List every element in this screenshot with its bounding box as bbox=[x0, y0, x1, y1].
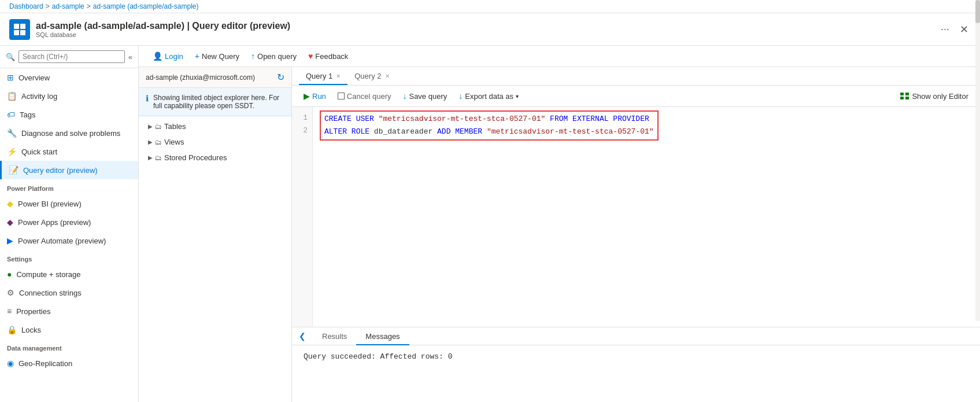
plus-icon: + bbox=[195, 51, 199, 61]
query-editor-panel: Query 1 ✕ Query 2 ✕ ▶ Run bbox=[292, 67, 980, 402]
section-power-platform: Power Platform bbox=[0, 179, 138, 194]
code-editor[interactable]: CREATE USER "metricsadvisor-mt-test-stca… bbox=[313, 107, 980, 327]
breadcrumb-full[interactable]: ad-sample (ad-sample/ad-sample) bbox=[93, 2, 199, 10]
info-banner: ℹ Showing limited object explorer here. … bbox=[139, 88, 291, 116]
content-area: 👤 Login + New Query ↑ Open query ♥ Feedb… bbox=[139, 46, 980, 402]
tree-container: ▶ 🗂 Tables ▶ 🗂 Views ▶ 🗂 Stored Procedur… bbox=[139, 116, 291, 402]
results-tabs: ❮ Results Messages bbox=[292, 327, 980, 345]
export-button[interactable]: ↓ Export data as ▾ bbox=[454, 89, 523, 103]
cancel-query-button[interactable]: Cancel query bbox=[333, 90, 396, 103]
more-options-button[interactable]: ··· bbox=[938, 21, 952, 38]
sidebar-item-tags[interactable]: 🏷 Tags bbox=[0, 105, 138, 124]
overview-icon: ⊞ bbox=[7, 73, 14, 82]
upload-icon: ↑ bbox=[251, 51, 255, 61]
tab-results[interactable]: Results bbox=[313, 327, 356, 345]
kw-alter: ALTER bbox=[324, 127, 347, 136]
sidebar-item-activity-log[interactable]: 📋 Activity log bbox=[0, 87, 138, 105]
code-line-1: CREATE USER "metricsadvisor-mt-test-stca… bbox=[324, 113, 654, 126]
query-toolbar: ▶ Run Cancel query ↓ Save query ↓ Export… bbox=[292, 86, 980, 107]
power-apps-icon: ◆ bbox=[7, 217, 13, 227]
results-panel: ❮ Results Messages Query succeeded: Affe… bbox=[292, 327, 980, 402]
kw-create: CREATE bbox=[324, 115, 352, 123]
sidebar-item-query-editor[interactable]: 📝 Query editor (preview) bbox=[0, 161, 138, 179]
tab-query1[interactable]: Query 1 ✕ bbox=[299, 67, 347, 85]
run-button[interactable]: ▶ Run bbox=[299, 89, 331, 103]
explorer-header: ad-sample (zhuxia@microsoft.com) ↻ bbox=[139, 67, 291, 88]
show-only-editor-button[interactable]: Show only Editor bbox=[896, 90, 973, 103]
breadcrumb-dashboard[interactable]: Dashboard bbox=[9, 2, 43, 10]
open-query-button[interactable]: ↑ Open query bbox=[246, 49, 301, 63]
login-button[interactable]: 👤 Login bbox=[148, 49, 188, 63]
refresh-button[interactable]: ↻ bbox=[277, 72, 284, 83]
sidebar: 🔍 « ⊞ Overview 📋 Activity log 🏷 Tags 🔧 D… bbox=[0, 46, 139, 402]
tree-item-stored-procedures[interactable]: ▶ 🗂 Stored Procedures bbox=[139, 150, 291, 165]
str-val-1: "metricsadvisor-mt-test-stca-0527-01" bbox=[379, 115, 546, 123]
search-icon: 🔍 bbox=[6, 53, 15, 61]
tree-item-views[interactable]: ▶ 🗂 Views bbox=[139, 134, 291, 150]
sidebar-item-properties[interactable]: ≡ Properties bbox=[0, 302, 138, 320]
top-toolbar: 👤 Login + New Query ↑ Open query ♥ Feedb… bbox=[139, 46, 980, 67]
query-tabs: Query 1 ✕ Query 2 ✕ bbox=[292, 67, 980, 86]
sidebar-item-power-automate[interactable]: ▶ Power Automate (preview) bbox=[0, 231, 138, 250]
sidebar-item-compute-storage[interactable]: ● Compute + storage bbox=[0, 265, 138, 283]
line-numbers: 1 2 bbox=[292, 107, 313, 327]
collapse-results-button[interactable]: ❮ bbox=[292, 328, 313, 344]
save-query-button[interactable]: ↓ Save query bbox=[398, 89, 452, 103]
sidebar-item-quick-start[interactable]: ⚡ Quick start bbox=[0, 142, 138, 161]
sidebar-item-power-apps[interactable]: ◆ Power Apps (preview) bbox=[0, 213, 138, 231]
properties-icon: ≡ bbox=[7, 307, 12, 316]
sidebar-item-power-bi[interactable]: ◆ Power BI (preview) bbox=[0, 194, 138, 213]
section-settings: Settings bbox=[0, 250, 138, 265]
view-icon: 🗂 bbox=[155, 138, 162, 146]
cancel-icon bbox=[338, 93, 345, 99]
sidebar-item-geo-replication[interactable]: ◉ Geo-Replication bbox=[0, 354, 138, 373]
tab-query2-close[interactable]: ✕ bbox=[385, 73, 390, 79]
query-editor-icon: 📝 bbox=[9, 165, 19, 175]
split-content: ad-sample (zhuxia@microsoft.com) ↻ ℹ Sho… bbox=[139, 67, 980, 402]
results-content: Query succeeded: Affected rows: 0 bbox=[292, 345, 980, 402]
grid-icon bbox=[900, 93, 909, 99]
page-title: ad-sample (ad-sample/ad-sample) | Query … bbox=[36, 21, 933, 31]
activity-log-icon: 📋 bbox=[7, 91, 17, 101]
power-bi-icon: ◆ bbox=[7, 199, 13, 208]
object-explorer: ad-sample (zhuxia@microsoft.com) ↻ ℹ Sho… bbox=[139, 67, 292, 402]
search-box: 🔍 « bbox=[0, 46, 138, 68]
diagnose-icon: 🔧 bbox=[7, 128, 17, 138]
save-icon: ↓ bbox=[402, 91, 406, 101]
tab-messages[interactable]: Messages bbox=[356, 327, 409, 345]
collapse-sidebar-button[interactable]: « bbox=[128, 53, 132, 61]
tab-query1-close[interactable]: ✕ bbox=[336, 73, 341, 79]
code-line-2: ALTER ROLE db_datareader ADD MEMBER "met… bbox=[324, 126, 654, 138]
title-group: ad-sample (ad-sample/ad-sample) | Query … bbox=[36, 21, 933, 38]
new-query-button[interactable]: + New Query bbox=[190, 49, 244, 63]
page-subtitle: SQL database bbox=[36, 31, 933, 38]
feedback-button[interactable]: ♥ Feedback bbox=[304, 49, 353, 63]
quick-start-icon: ⚡ bbox=[7, 147, 17, 156]
close-button[interactable]: ✕ bbox=[957, 21, 971, 38]
breadcrumb-ad-sample[interactable]: ad-sample bbox=[52, 2, 84, 10]
section-data-management: Data management bbox=[0, 339, 138, 354]
sidebar-item-diagnose[interactable]: 🔧 Diagnose and solve problems bbox=[0, 124, 138, 142]
chevron-right-icon-views: ▶ bbox=[148, 139, 153, 145]
locks-icon: 🔒 bbox=[7, 325, 17, 334]
sidebar-item-locks[interactable]: 🔒 Locks bbox=[0, 320, 138, 339]
explorer-connection: ad-sample (zhuxia@microsoft.com) bbox=[146, 73, 255, 82]
sidebar-item-overview[interactable]: ⊞ Overview bbox=[0, 68, 138, 87]
connection-icon: ⚙ bbox=[7, 288, 14, 297]
search-input[interactable] bbox=[19, 50, 125, 63]
tab-query2[interactable]: Query 2 ✕ bbox=[347, 67, 396, 85]
tags-icon: 🏷 bbox=[7, 110, 15, 119]
stored-proc-icon: 🗂 bbox=[155, 154, 162, 162]
compute-icon: ● bbox=[7, 270, 12, 279]
header: ad-sample (ad-sample/ad-sample) | Query … bbox=[0, 13, 980, 46]
power-automate-icon: ▶ bbox=[7, 236, 13, 245]
login-icon: 👤 bbox=[153, 51, 162, 61]
tree-item-tables[interactable]: ▶ 🗂 Tables bbox=[139, 119, 291, 134]
geo-icon: ◉ bbox=[7, 359, 14, 368]
chevron-right-icon: ▶ bbox=[148, 123, 153, 130]
app-icon bbox=[9, 19, 30, 40]
run-icon: ▶ bbox=[304, 91, 310, 101]
scrollbar-track bbox=[975, 107, 980, 321]
sidebar-item-connection-strings[interactable]: ⚙ Connection strings bbox=[0, 283, 138, 302]
str-val-2: "metricsadvisor-mt-test-stca-0527-01" bbox=[487, 127, 654, 136]
